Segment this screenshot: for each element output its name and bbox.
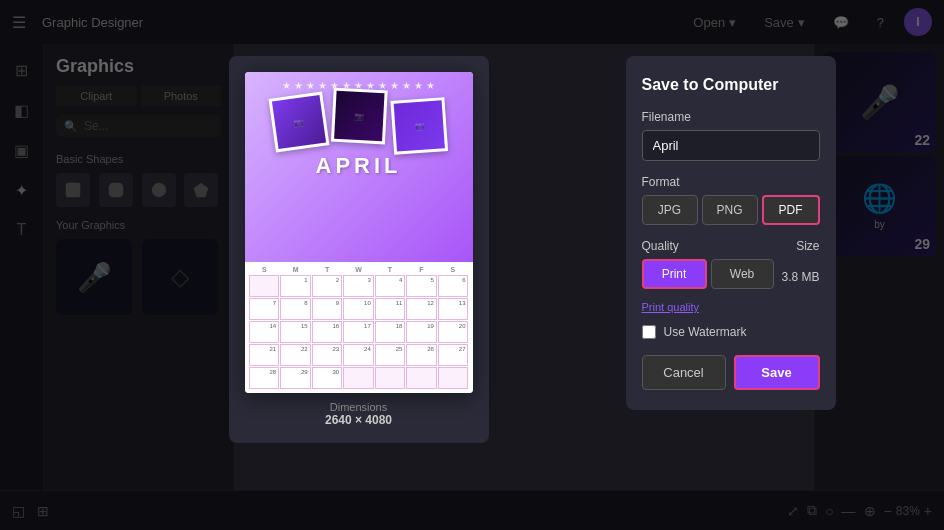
photo-2: 📷 — [330, 88, 387, 145]
cal-cell-26: 26 — [406, 344, 437, 366]
cal-cell-24: 24 — [343, 344, 374, 366]
photo-1: 📷 — [268, 92, 329, 153]
modal-container: ★★★ ★★★ ★★★ ★★★ ★ 📷 📷 — [120, 36, 944, 530]
cal-cell-22: 22 — [280, 344, 311, 366]
quality-print[interactable]: Print — [642, 259, 707, 289]
cal-cell-11: 11 — [375, 298, 406, 320]
photo-3: 📷 — [390, 97, 448, 155]
format-jpg[interactable]: JPG — [642, 195, 698, 225]
calendar-grid-section: S M T W T F S 1 2 3 4 5 6 — [245, 262, 473, 393]
cal-cell-20: 20 — [438, 321, 469, 343]
cal-cell-21: 21 — [249, 344, 280, 366]
preview-panel: ★★★ ★★★ ★★★ ★★★ ★ 📷 📷 — [229, 56, 489, 443]
quality-web[interactable]: Web — [711, 259, 774, 289]
cal-cell-29: 29 — [280, 367, 311, 389]
cal-cell-2: 2 — [312, 275, 343, 297]
format-png[interactable]: PNG — [702, 195, 758, 225]
cal-cell-8: 8 — [280, 298, 311, 320]
cal-cell-15: 15 — [280, 321, 311, 343]
watermark-checkbox[interactable] — [642, 325, 656, 339]
cal-cell-12: 12 — [406, 298, 437, 320]
cal-cell-17: 17 — [343, 321, 374, 343]
filename-label: Filename — [642, 110, 820, 124]
cancel-button[interactable]: Cancel — [642, 355, 726, 390]
watermark-row: Use Watermark — [642, 325, 820, 339]
cal-cell-empty — [249, 275, 280, 297]
quality-size-row: Quality Size — [642, 239, 820, 253]
calendar-month: APRIL — [316, 153, 402, 179]
print-quality-link[interactable]: Print quality — [642, 301, 820, 313]
calendar-grid: 1 2 3 4 5 6 7 8 9 10 11 12 13 14 15 — [249, 275, 469, 389]
size-label: Size — [796, 239, 819, 253]
dimensions-value: 2640 × 4080 — [325, 413, 392, 427]
save-button[interactable]: Save — [734, 355, 820, 390]
cal-cell-16: 16 — [312, 321, 343, 343]
cal-cell-e1 — [343, 367, 374, 389]
save-dialog-title: Save to Computer — [642, 76, 820, 94]
dialog-buttons: Cancel Save — [642, 355, 820, 390]
cal-cell-30: 30 — [312, 367, 343, 389]
cal-cell-19: 19 — [406, 321, 437, 343]
filename-input[interactable] — [642, 130, 820, 161]
cal-cell-14: 14 — [249, 321, 280, 343]
format-label: Format — [642, 175, 820, 189]
cal-cell-1: 1 — [280, 275, 311, 297]
save-dialog: Save to Computer Filename Format JPG PNG… — [626, 56, 836, 410]
format-buttons: JPG PNG PDF — [642, 195, 820, 225]
cal-cell-13: 13 — [438, 298, 469, 320]
cal-cell-e4 — [438, 367, 469, 389]
size-value: 3.8 MB — [781, 270, 819, 284]
calendar-top: ★★★ ★★★ ★★★ ★★★ ★ 📷 📷 — [245, 72, 473, 262]
quality-label: Quality — [642, 239, 679, 253]
watermark-label: Use Watermark — [664, 325, 747, 339]
format-pdf[interactable]: PDF — [762, 195, 820, 225]
cal-cell-27: 27 — [438, 344, 469, 366]
cal-cell-9: 9 — [312, 298, 343, 320]
calendar-days-header: S M T W T F S — [249, 266, 469, 273]
cal-cell-7: 7 — [249, 298, 280, 320]
cal-cell-18: 18 — [375, 321, 406, 343]
dimensions-label: Dimensions — [325, 401, 392, 413]
cal-cell-e3 — [406, 367, 437, 389]
calendar-preview: ★★★ ★★★ ★★★ ★★★ ★ 📷 📷 — [245, 72, 473, 393]
photos-collage: 📷 📷 📷 — [272, 95, 446, 149]
cal-cell-25: 25 — [375, 344, 406, 366]
preview-dims: Dimensions 2640 × 4080 — [325, 401, 392, 427]
cal-cell-e2 — [375, 367, 406, 389]
cal-cell-28: 28 — [249, 367, 280, 389]
quality-buttons: Print Web — [642, 259, 774, 289]
cal-cell-4: 4 — [375, 275, 406, 297]
cal-cell-3: 3 — [343, 275, 374, 297]
cal-cell-23: 23 — [312, 344, 343, 366]
cal-cell-6: 6 — [438, 275, 469, 297]
cal-cell-10: 10 — [343, 298, 374, 320]
cal-cell-5: 5 — [406, 275, 437, 297]
